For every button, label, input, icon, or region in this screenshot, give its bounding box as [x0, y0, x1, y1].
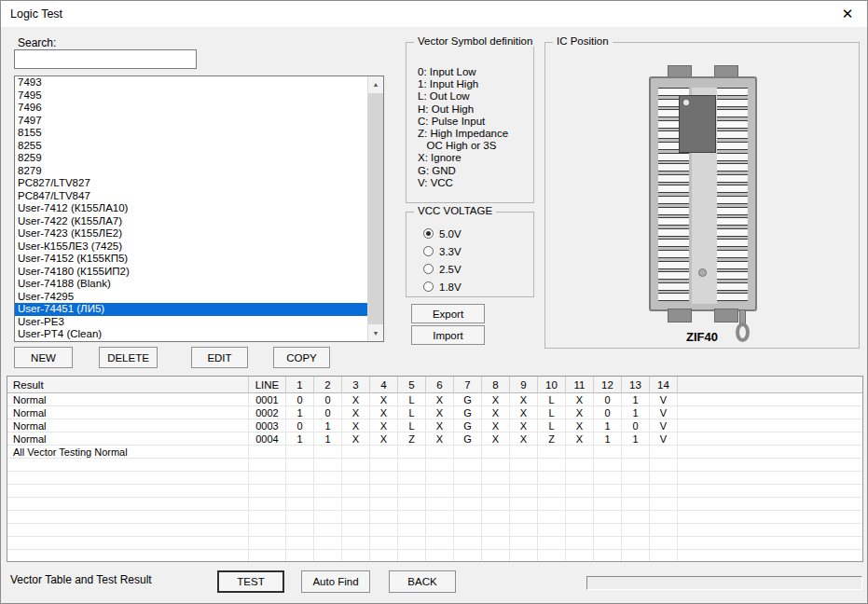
empty-row[interactable]: [7, 550, 862, 562]
import-button[interactable]: Import: [411, 325, 485, 345]
empty-row[interactable]: [7, 485, 862, 498]
column-header[interactable]: Result: [7, 377, 249, 393]
value-cell: [566, 550, 594, 562]
list-item[interactable]: 7496: [15, 102, 367, 115]
list-item[interactable]: User-7422 (К155ЛА7): [15, 215, 367, 228]
list-scrollbar[interactable]: ▲ ▼: [367, 76, 383, 341]
search-input[interactable]: [14, 49, 197, 69]
list-item[interactable]: 8279: [15, 165, 367, 178]
column-header[interactable]: 11: [566, 377, 594, 393]
vcc-option[interactable]: 1.8V: [423, 278, 462, 295]
value-cell: L: [538, 419, 566, 432]
list-item[interactable]: User-7423 (К155ЛЕ2): [15, 227, 367, 240]
vcc-option[interactable]: 3.3V: [423, 242, 462, 260]
column-header[interactable]: 6: [426, 377, 454, 393]
table-row[interactable]: Normal000301XXLXGXXLX10V: [7, 419, 862, 432]
list-item[interactable]: User-74180 (К155ИП2): [15, 266, 367, 279]
summary-row[interactable]: All Vector Testing Normal: [7, 446, 862, 459]
socket-pin-column-right: [717, 88, 748, 304]
vcc-voltage-group-title: VCC VOLTAGE: [414, 205, 496, 216]
column-header[interactable]: 12: [594, 377, 622, 393]
empty-row[interactable]: [7, 498, 862, 511]
line-cell: [249, 511, 286, 524]
list-item[interactable]: 7495: [15, 89, 367, 103]
table-row[interactable]: Normal000411XXZXGXXZX11V: [7, 432, 862, 446]
empty-row[interactable]: [7, 537, 862, 550]
list-item[interactable]: User-7412 (К155ЛА10): [15, 202, 367, 215]
column-header[interactable]: 14: [650, 377, 678, 393]
empty-row[interactable]: [7, 472, 862, 485]
list-item[interactable]: User-74188 (Blank): [15, 278, 367, 291]
list-item[interactable]: 8259: [15, 152, 367, 165]
scrollbar-thumb[interactable]: [368, 93, 383, 324]
value-cell: [370, 550, 398, 562]
list-item[interactable]: PC847/LTV847: [15, 190, 367, 203]
chip-list[interactable]: ▲ ▼ 74937495749674978155825582598279PC82…: [14, 76, 384, 342]
vcc-option[interactable]: 2.5V: [423, 260, 462, 278]
column-header[interactable]: 1: [286, 377, 314, 393]
table-row[interactable]: Normal000100XXLXGXXLX01V: [7, 393, 862, 406]
value-cell: [538, 511, 566, 524]
back-button[interactable]: BACK: [389, 570, 456, 593]
list-item[interactable]: User-74152 (К155КП5): [15, 253, 367, 266]
test-button[interactable]: TEST: [217, 570, 284, 593]
new-button[interactable]: NEW: [14, 347, 73, 368]
column-header[interactable]: 7: [454, 377, 482, 393]
value-cell: [538, 472, 566, 485]
empty-row[interactable]: [7, 459, 862, 472]
scroll-up-icon[interactable]: ▲: [368, 76, 383, 92]
column-header[interactable]: 4: [370, 377, 398, 393]
value-cell: 0: [286, 419, 314, 432]
empty-row[interactable]: [7, 511, 862, 524]
vcc-option[interactable]: 5.0V: [423, 225, 462, 242]
list-item[interactable]: 7493: [15, 76, 367, 89]
column-header[interactable]: LINE: [249, 377, 286, 393]
vector-symbol-line: G: GND: [418, 165, 508, 177]
value-cell: 1: [622, 406, 650, 419]
result-cell: Normal: [7, 432, 249, 446]
column-header[interactable]: 9: [510, 377, 538, 393]
empty-row[interactable]: [7, 524, 862, 537]
scroll-down-icon[interactable]: ▼: [368, 325, 383, 341]
edit-button[interactable]: EDIT: [191, 347, 248, 368]
column-header[interactable]: 10: [538, 377, 566, 393]
value-cell: [286, 472, 314, 485]
value-cell: [286, 498, 314, 511]
column-header[interactable]: 13: [622, 377, 650, 393]
export-button[interactable]: Export: [411, 304, 485, 323]
list-item[interactable]: User-PE3: [15, 316, 367, 329]
filler-cell: [678, 419, 862, 432]
list-item[interactable]: User-74295: [15, 291, 367, 304]
value-cell: [398, 511, 426, 524]
list-item[interactable]: 8155: [15, 127, 367, 140]
column-header[interactable]: 3: [342, 377, 370, 393]
list-item[interactable]: User-К155ЛЕ3 (7425): [15, 240, 367, 254]
table-row[interactable]: Normal000210XXLXGXXLX01V: [7, 406, 862, 419]
value-cell: 0: [622, 419, 650, 432]
list-item[interactable]: 7497: [15, 115, 367, 128]
list-item[interactable]: User-PT4 (Clean): [15, 328, 367, 341]
close-icon[interactable]: ✕: [837, 5, 858, 23]
value-cell: [566, 446, 594, 459]
copy-button[interactable]: COPY: [273, 347, 330, 368]
column-header[interactable]: 5: [398, 377, 426, 393]
filler-cell: [678, 524, 862, 537]
value-cell: [622, 498, 650, 511]
column-header[interactable]: 8: [482, 377, 510, 393]
column-header[interactable]: 2: [314, 377, 342, 393]
list-item[interactable]: User-74451 (ЛИ5): [15, 303, 367, 316]
vector-symbol-line: Z: High Impedance: [418, 128, 508, 140]
list-item[interactable]: PC827/LTV827: [15, 177, 367, 190]
delete-button[interactable]: DELETE: [99, 347, 158, 368]
value-cell: [314, 472, 342, 485]
value-cell: [594, 537, 622, 550]
value-cell: L: [538, 393, 566, 406]
value-cell: [314, 485, 342, 498]
value-cell: [482, 511, 510, 524]
value-cell: [566, 524, 594, 537]
value-cell: [454, 550, 482, 562]
value-cell: [370, 511, 398, 524]
auto-find-button[interactable]: Auto Find: [301, 570, 370, 593]
value-cell: [454, 524, 482, 537]
list-item[interactable]: 8255: [15, 140, 367, 153]
